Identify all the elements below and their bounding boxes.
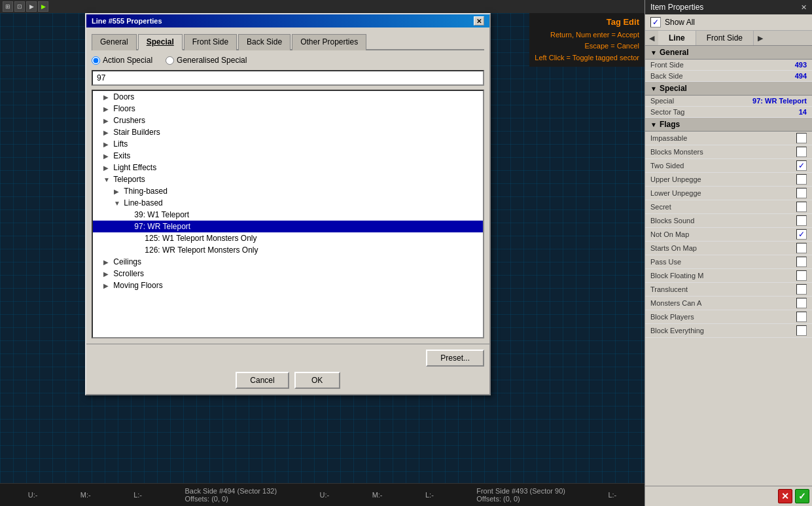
flag-checkbox-block-floating[interactable] (796, 270, 807, 281)
flag-checkbox-two-sided[interactable]: ✓ (796, 160, 807, 171)
expand-icon-stair-builders: ▶ (103, 129, 111, 136)
expand-icon-moving-floors: ▶ (103, 282, 111, 289)
tree-item-line-based[interactable]: ▼ Line-based (93, 197, 483, 209)
flag-checkbox-upper-unpegge[interactable] (796, 174, 807, 185)
special-collapse-icon: ▼ (650, 85, 657, 92)
prop-tab-prev[interactable]: ◀ (645, 31, 658, 45)
flag-checkbox-secret[interactable] (796, 202, 807, 212)
tree-item-crushers[interactable]: ▶ Crushers (93, 115, 483, 126)
flag-checkbox-lower-unpegge[interactable] (796, 188, 807, 198)
search-input[interactable]: 97 (92, 70, 484, 86)
tree-item-lifts[interactable]: ▶ Lifts (93, 138, 483, 150)
flag-row-lower-unpegge: Lower Unpegge (645, 187, 812, 200)
tree-item-floors[interactable]: ▶ Floors (93, 103, 483, 115)
tree-item-thing-based[interactable]: ▶ Thing-based (93, 185, 483, 197)
tree-item-teleports[interactable]: ▼ Teleports (93, 173, 483, 185)
flag-row-upper-unpegge: Upper Unpegge (645, 173, 812, 187)
tree-label-97-wr: 97: WR Teleport (134, 222, 190, 231)
radio-gen-special[interactable]: Generalised Special (166, 56, 247, 65)
flag-row-block-floating: Block Floating M (645, 269, 812, 283)
flag-label-block-floating: Block Floating M (650, 272, 796, 280)
tab-front-side[interactable]: Front Side (184, 34, 237, 50)
flag-row-blocks-monsters: Blocks Monsters (645, 145, 812, 159)
radio-action-input[interactable] (92, 56, 100, 65)
prop-tab-next[interactable]: ▶ (754, 31, 767, 45)
tree-label-39-w1: 39: W1 Teleport (134, 210, 189, 219)
preset-button[interactable]: Preset... (426, 350, 484, 367)
toolbar-btn-1[interactable]: ⊞ (3, 1, 13, 12)
tab-special[interactable]: Special (138, 34, 183, 50)
status-coord-m1: M:- (80, 491, 91, 499)
flag-checkbox-starts-on-map[interactable] (796, 243, 807, 253)
btn-row: Cancel OK (92, 372, 484, 389)
tag-edit-title: Tag Edit (535, 16, 639, 29)
status-front-offsets: Offsets: (0, 0) (476, 495, 520, 503)
tree-label-crushers: Crushers (113, 116, 145, 125)
cancel-button[interactable]: Cancel (236, 372, 289, 389)
flag-checkbox-blocks-sound[interactable] (796, 215, 807, 226)
flag-checkbox-impassable[interactable] (796, 133, 807, 143)
ok-button[interactable]: OK (294, 372, 340, 389)
flag-checkbox-pass-use[interactable] (796, 257, 807, 267)
item-props-accept-button[interactable]: ✓ (795, 489, 809, 503)
tree-item-ceilings[interactable]: ▶ Ceilings (93, 256, 483, 268)
tree-list[interactable]: ▶ Doors ▶ Floors ▶ Crushers ▶ Stair Buil… (92, 90, 484, 338)
prop-tab-line[interactable]: Line (658, 31, 696, 45)
radio-group: Action Special Generalised Special (92, 56, 484, 65)
front-side-value: 493 (795, 61, 807, 69)
flag-checkbox-monsters-can[interactable] (796, 298, 807, 308)
tree-item-125[interactable]: 125: W1 Teleport Monsters Only (93, 232, 483, 244)
flag-row-secret: Secret (645, 200, 812, 214)
radio-action-special[interactable]: Action Special (92, 56, 152, 65)
tag-edit-line2: Escape = Cancel (535, 41, 639, 52)
tree-item-97-wr[interactable]: 97: WR Teleport (93, 221, 483, 232)
item-props-footer: ✕ ✓ (645, 486, 812, 506)
tree-item-light-effects[interactable]: ▶ Light Effects (93, 162, 483, 173)
tree-item-moving-floors[interactable]: ▶ Moving Floors (93, 280, 483, 291)
status-right-l: L:- (608, 491, 616, 499)
tag-edit-line3: Left Click = Toggle tagged sector (535, 52, 639, 64)
flag-row-block-players: Block Players (645, 310, 812, 324)
flag-checkbox-not-on-map[interactable]: ✓ (796, 229, 807, 240)
toolbar-btn-3[interactable]: ▶ (26, 1, 37, 12)
flag-label-not-on-map: Not On Map (650, 230, 796, 238)
radio-gen-input[interactable] (166, 56, 174, 65)
item-props-delete-button[interactable]: ✕ (778, 489, 792, 503)
tree-item-exits[interactable]: ▶ Exits (93, 150, 483, 162)
dialog-close-button[interactable]: ✕ (474, 16, 484, 26)
status-coord-l2: L:- (425, 491, 434, 499)
tree-item-stair-builders[interactable]: ▶ Stair Builders (93, 126, 483, 138)
flag-label-pass-use: Pass Use (650, 258, 796, 266)
flag-checkbox-block-players[interactable] (796, 312, 807, 322)
tree-item-126[interactable]: 126: WR Teleport Monsters Only (93, 244, 483, 256)
flag-checkbox-translucent[interactable] (796, 284, 807, 295)
tree-label-light-effects: Light Effects (113, 163, 156, 172)
item-properties-panel: Item Properties ✕ ✓ Show All ◀ Line Fron… (644, 0, 812, 506)
prop-flags-header[interactable]: ▼ Flags (645, 118, 812, 132)
prop-general-header[interactable]: ▼ General (645, 46, 812, 60)
prop-tab-front-side[interactable]: Front Side (696, 31, 754, 45)
prop-row-sector-tag: Sector Tag 14 (645, 107, 812, 118)
tab-back-side[interactable]: Back Side (238, 34, 291, 50)
tree-item-scrollers[interactable]: ▶ Scrollers (93, 268, 483, 280)
dialog-footer: Preset... Cancel OK (86, 344, 489, 394)
status-back-offsets: Offsets: (0, 0) (185, 495, 228, 503)
prop-row-back-side: Back Side 494 (645, 71, 812, 82)
tree-item-doors[interactable]: ▶ Doors (93, 91, 483, 103)
toolbar-btn-4[interactable]: ▶ (38, 1, 48, 12)
item-props-close[interactable]: ✕ (801, 3, 807, 12)
prop-row-front-side: Front Side 493 (645, 60, 812, 71)
flag-checkbox-block-everything[interactable] (796, 325, 807, 336)
back-side-value: 494 (795, 72, 807, 80)
toolbar-btn-2[interactable]: ⊡ (14, 1, 25, 12)
flag-checkbox-blocks-monsters[interactable] (796, 147, 807, 157)
tab-other-properties[interactable]: Other Properties (292, 34, 366, 50)
tree-item-39-w1[interactable]: 39: W1 Teleport (93, 209, 483, 221)
special-value: 97: WR Teleport (752, 97, 807, 105)
show-all-checkbox[interactable]: ✓ (650, 17, 661, 27)
expand-icon-light-effects: ▶ (103, 164, 111, 172)
tab-general[interactable]: General (92, 34, 137, 50)
flag-label-monsters-can: Monsters Can A (650, 299, 796, 307)
prop-section-special: ▼ Special Special 97: WR Teleport Sector… (645, 82, 812, 118)
prop-special-header[interactable]: ▼ Special (645, 82, 812, 96)
